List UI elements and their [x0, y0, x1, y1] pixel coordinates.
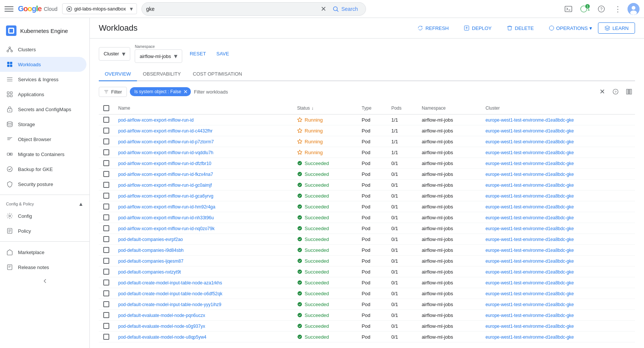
sidebar-item-policy[interactable]: Policy	[0, 223, 86, 238]
workload-name-4[interactable]: pod-airflow-xcom-export-mlflow-run-id-df…	[118, 161, 211, 166]
cluster-link-17[interactable]: europe-west1-test-environme-d1ea8bdc-gke	[485, 302, 574, 307]
workload-name-12[interactable]: pod-default-companies-i9d84sbh	[118, 248, 184, 253]
user-avatar[interactable]	[628, 3, 640, 15]
tab-cost-optimisation[interactable]: COST OPTIMISATION	[187, 67, 248, 81]
sidebar-collapse-button[interactable]	[0, 275, 89, 287]
deploy-button[interactable]: DEPLOY	[458, 23, 498, 33]
row-checkbox-5[interactable]	[103, 171, 109, 177]
menu-icon[interactable]	[4, 4, 13, 13]
columns-button[interactable]	[623, 86, 635, 98]
row-checkbox-14[interactable]	[103, 269, 109, 275]
select-all-checkbox[interactable]	[103, 105, 109, 111]
row-checkbox-16[interactable]	[103, 290, 109, 296]
project-selector[interactable]: gid-labs-mlops-sandbox ▾	[62, 3, 137, 14]
row-checkbox-2[interactable]	[103, 138, 109, 144]
row-checkbox-0[interactable]	[103, 117, 109, 123]
workload-name-1[interactable]: pod-airflow-xcom-export-mlflow-run-id-c4…	[118, 128, 213, 134]
cluster-link-12[interactable]: europe-west1-test-environme-d1ea8bdc-gke	[485, 248, 574, 253]
workload-name-16[interactable]: pod-default-create-model-input-table-nod…	[118, 291, 222, 296]
cluster-link-11[interactable]: europe-west1-test-environme-d1ea8bdc-gke	[485, 237, 574, 242]
learn-button[interactable]: LEARN	[598, 22, 635, 34]
row-checkbox-13[interactable]	[103, 258, 109, 264]
delete-button[interactable]: DELETE	[501, 23, 540, 33]
workload-name-14[interactable]: pod-default-companies-nxtzyt9t	[118, 269, 181, 275]
sidebar-item-secrets[interactable]: Secrets and ConfigMaps	[0, 102, 86, 117]
workload-name-9[interactable]: pod-airflow-xcom-export-mlflow-run-id-nh…	[118, 215, 214, 220]
google-cloud-logo[interactable]: Google Cloud	[18, 4, 58, 13]
workload-name-5[interactable]: pod-airflow-xcom-export-mlflow-run-id-fk…	[118, 172, 213, 177]
row-checkbox-8[interactable]	[103, 204, 109, 210]
workload-name-8[interactable]: pod-airflow-xcom-export-mlflow-run-id-hm…	[118, 204, 215, 210]
sidebar-item-marketplace[interactable]: Marketplace	[0, 245, 86, 260]
row-checkbox-20[interactable]	[103, 334, 109, 340]
workload-name-3[interactable]: pod-airflow-xcom-export-mlflow-run-id-vq…	[118, 150, 213, 155]
cluster-link-7[interactable]: europe-west1-test-environme-d1ea8bdc-gke	[485, 193, 574, 199]
filter-close-button[interactable]: ✕	[596, 86, 608, 98]
workload-name-18[interactable]: pod-default-evaluate-model-node-pqn6uczx	[118, 313, 205, 318]
row-checkbox-10[interactable]	[103, 225, 109, 231]
reset-button[interactable]: RESET	[187, 49, 209, 59]
cluster-link-5[interactable]: europe-west1-test-environme-d1ea8bdc-gke	[485, 172, 574, 177]
workload-name-13[interactable]: pod-default-companies-ijqesm87	[118, 259, 183, 264]
sidebar-item-object-browser[interactable]: Object Browser	[0, 132, 86, 147]
sidebar-item-services[interactable]: Services & Ingress	[0, 72, 86, 87]
row-checkbox-3[interactable]	[103, 149, 109, 155]
row-checkbox-4[interactable]	[103, 160, 109, 166]
tab-overview[interactable]: OVERVIEW	[99, 67, 137, 81]
cluster-link-18[interactable]: europe-west1-test-environme-d1ea8bdc-gke	[485, 313, 574, 318]
workload-name-15[interactable]: pod-default-create-model-input-table-nod…	[118, 280, 222, 286]
row-checkbox-7[interactable]	[103, 193, 109, 199]
cluster-selector[interactable]: Cluster ▾	[99, 47, 130, 61]
filter-button[interactable]: Filter	[99, 87, 127, 97]
sidebar-item-release-notes[interactable]: Release notes	[0, 260, 86, 275]
row-checkbox-19[interactable]	[103, 323, 109, 329]
cluster-link-3[interactable]: europe-west1-test-environme-d1ea8bdc-gke	[485, 150, 574, 155]
sidebar-item-security[interactable]: Security posture	[0, 177, 86, 192]
section-chevron[interactable]: ▲	[78, 201, 83, 207]
workload-name-6[interactable]: pod-airflow-xcom-export-mlflow-run-id-gc…	[118, 183, 212, 188]
cluster-link-14[interactable]: europe-west1-test-environme-d1ea8bdc-gke	[485, 269, 574, 275]
row-checkbox-9[interactable]	[103, 214, 109, 220]
namespace-selector[interactable]: airflow-ml-jobs ▾	[135, 49, 182, 63]
sidebar-item-backup[interactable]: Backup for GKE	[0, 162, 86, 177]
status-column-header[interactable]: Status↓	[297, 106, 353, 111]
row-checkbox-18[interactable]	[103, 312, 109, 318]
workload-name-19[interactable]: pod-default-evaluate-model-node-s0g937yx	[118, 324, 205, 329]
sidebar-item-config[interactable]: Config	[0, 208, 86, 223]
cluster-link-15[interactable]: europe-west1-test-environme-d1ea8bdc-gke	[485, 280, 574, 286]
workload-name-0[interactable]: pod-airflow-xcom-export-mlflow-run-id	[118, 117, 193, 123]
row-checkbox-11[interactable]	[103, 236, 109, 242]
row-checkbox-15[interactable]	[103, 280, 109, 286]
cluster-link-19[interactable]: europe-west1-test-environme-d1ea8bdc-gke	[485, 324, 574, 329]
row-checkbox-17[interactable]	[103, 301, 109, 307]
save-button[interactable]: SAVE	[213, 49, 232, 59]
cluster-link-6[interactable]: europe-west1-test-environme-d1ea8bdc-gke	[485, 183, 574, 188]
cluster-link-20[interactable]: europe-west1-test-environme-d1ea8bdc-gke	[485, 335, 574, 340]
workload-name-17[interactable]: pod-default-create-model-input-table-nod…	[118, 302, 221, 307]
row-checkbox-1[interactable]	[103, 128, 109, 134]
sidebar-item-applications[interactable]: Applications	[0, 87, 86, 102]
cluster-link-4[interactable]: europe-west1-test-environme-d1ea8bdc-gke	[485, 161, 574, 166]
terminal-button[interactable]	[562, 2, 575, 16]
name-column-header[interactable]: Name	[118, 106, 288, 111]
sidebar-item-storage[interactable]: Storage	[0, 117, 86, 132]
workload-name-10[interactable]: pod-airflow-xcom-export-mlflow-run-id-nq…	[118, 226, 214, 231]
chip-close-icon[interactable]: ✕	[183, 89, 188, 95]
cluster-link-0[interactable]: europe-west1-test-environme-d1ea8bdc-gke	[485, 117, 574, 123]
cluster-link-16[interactable]: europe-west1-test-environme-d1ea8bdc-gke	[485, 291, 574, 296]
cluster-link-1[interactable]: europe-west1-test-environme-d1ea8bdc-gke	[485, 128, 574, 134]
cluster-link-8[interactable]: europe-west1-test-environme-d1ea8bdc-gke	[485, 204, 574, 210]
cluster-link-2[interactable]: europe-west1-test-environme-d1ea8bdc-gke	[485, 139, 574, 144]
refresh-button[interactable]: REFRESH	[411, 23, 455, 33]
tab-observability[interactable]: OBSERVABILITY	[137, 67, 187, 81]
operations-button[interactable]: OPERATIONS ▾	[546, 23, 595, 33]
workload-name-2[interactable]: pod-airflow-xcom-export-mlflow-run-id-p7…	[118, 139, 214, 144]
notification-button[interactable]: 1 1	[578, 2, 592, 16]
cluster-link-13[interactable]: europe-west1-test-environme-d1ea8bdc-gke	[485, 259, 574, 264]
cluster-link-10[interactable]: europe-west1-test-environme-d1ea8bdc-gke	[485, 226, 574, 231]
workload-name-7[interactable]: pod-airflow-xcom-export-mlflow-run-id-gc…	[118, 193, 213, 199]
sidebar-item-workloads[interactable]: Workloads	[0, 57, 86, 72]
filter-placeholder[interactable]: Filter workloads	[194, 89, 228, 95]
help-button[interactable]: ?	[595, 2, 608, 16]
workload-name-11[interactable]: pod-default-companies-evrpf2ao	[118, 237, 183, 242]
